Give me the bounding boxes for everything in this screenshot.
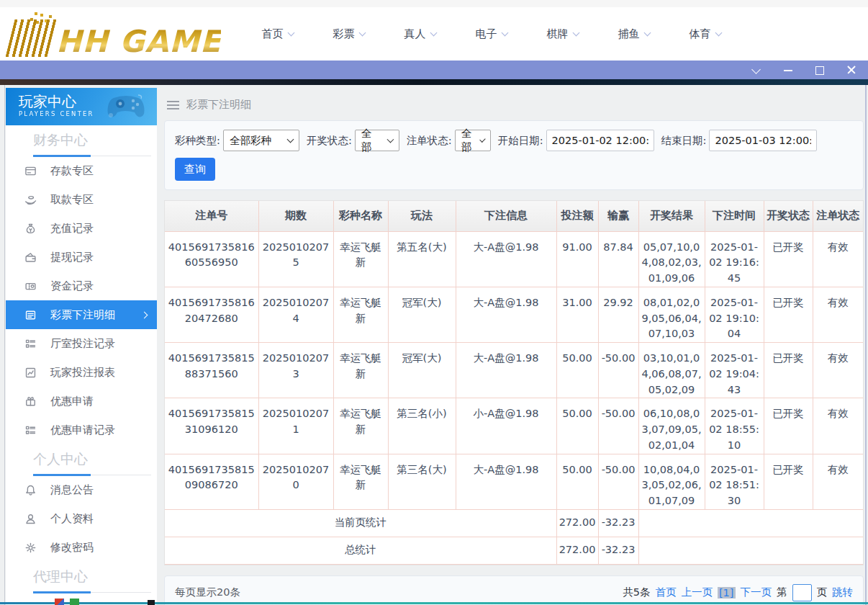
table-cell: 第三名(大) (388, 454, 456, 509)
sidebar-item-player-bet-report[interactable]: 玩家投注报表 (6, 358, 157, 387)
nav-item-fishing[interactable]: 捕鱼 (618, 27, 650, 41)
main-area: 玩家中心 PLAYERS CENTER 财务中心存款专区取款专区充值记录提现记录… (0, 85, 868, 605)
sidebar-item-promo-apply-record[interactable]: 优惠申请记录 (6, 416, 157, 444)
nav-item-live[interactable]: 真人 (404, 27, 436, 41)
start-date-input[interactable] (546, 130, 654, 151)
nav-item-label: 真人 (404, 27, 425, 41)
table-row: 40156917358158837156020250102073幸运飞艇新冠军(… (165, 343, 863, 398)
table-cell: 已开奖 (764, 231, 813, 287)
summary-empty (638, 509, 863, 537)
order-status-value: 全部 (461, 127, 474, 154)
nav-item-label: 捕鱼 (618, 27, 639, 41)
table-cell: 05,07,10,04,08,02,03,01,09,06 (638, 231, 705, 287)
table-cell: 已开奖 (764, 454, 813, 509)
table-cell: 31.00 (556, 287, 598, 342)
sidebar-item-label: 充值记录 (50, 222, 94, 236)
sidebar-item-hall-bet-record[interactable]: 厅室投注记录 (6, 329, 157, 358)
sidebar-item-funds-record[interactable]: 资金记录 (6, 272, 157, 300)
content-area: 彩票下注明细 彩种类型: 全部彩种 开奖状态: 全部 注单状态: 全部 (164, 88, 864, 605)
sidebar-item-deposit[interactable]: 存款专区 (6, 156, 157, 185)
report-chart-icon (24, 367, 37, 379)
sidebar-item-notice[interactable]: 消息公告 (6, 475, 157, 504)
summary-bet-total: 272.00 (556, 537, 598, 564)
nav-item-electronic[interactable]: 电子 (475, 27, 507, 41)
nav-item-home[interactable]: 首页 (261, 27, 294, 41)
summary-win-loss: -32.23 (598, 509, 638, 537)
table-cell: 小-A盘@1.98 (456, 398, 556, 454)
page-title: 彩票下注明细 (186, 98, 251, 112)
logo-bars-decoration (6, 19, 57, 57)
sidebar-sections: 财务中心存款专区取款专区充值记录提现记录资金记录彩票下注明细厅室投注记录玩家投注… (6, 131, 157, 593)
jump-prefix: 第 (777, 586, 787, 599)
money-bag-icon (24, 223, 37, 235)
sidebar: 玩家中心 PLAYERS CENTER 财务中心存款专区取款专区充值记录提现记录… (6, 88, 157, 605)
sidebar-section-heading-label: 财务中心 (33, 132, 88, 148)
next-page-link[interactable]: 下一页 (741, 586, 772, 599)
summary-row: 总统计272.00-32.23 (165, 537, 863, 564)
table-cell: 10,08,04,03,05,02,06,01,07,09 (638, 454, 705, 509)
close-icon[interactable] (846, 65, 856, 75)
collapse-icon[interactable] (751, 65, 761, 75)
sidebar-item-withdrawal-record[interactable]: 提现记录 (6, 243, 157, 272)
table-cell: -50.00 (598, 398, 638, 454)
nav-item-label: 棋牌 (546, 27, 568, 41)
first-page-link[interactable]: 首页 (655, 586, 676, 599)
chevron-right-icon (141, 311, 148, 318)
sidebar-item-withdraw[interactable]: 取款专区 (6, 185, 157, 214)
sidebar-item-lottery-bet-detail[interactable]: 彩票下注明细 (6, 300, 157, 329)
nav-item-lottery[interactable]: 彩票 (333, 27, 365, 41)
nav-item-chess[interactable]: 棋牌 (546, 27, 579, 41)
gear-icon (24, 542, 37, 554)
table-cell: 幸运飞艇新 (333, 287, 388, 342)
table-cell: 有效 (813, 343, 863, 398)
sidebar-item-change-password[interactable]: 修改密码 (6, 533, 157, 562)
column-header: 投注额 (556, 201, 598, 231)
jump-button[interactable]: 跳转 (832, 586, 853, 599)
sidebar-item-promo-apply[interactable]: 优惠申请 (6, 387, 157, 416)
bet-table-head: 注单号期数彩种名称玩法下注信息投注额输赢开奖结果下注时间开奖状态注单状态 (165, 201, 863, 231)
breadcrumb: 彩票下注明细 (164, 88, 864, 120)
column-header: 期数 (258, 201, 333, 231)
chevron-down-icon (644, 29, 651, 36)
maximize-icon[interactable] (815, 65, 825, 75)
table-cell: 20250102073 (258, 343, 333, 398)
sidebar-item-profile[interactable]: 个人资料 (6, 504, 157, 533)
top-navigation: HH GAME 首页 彩票 真人 电子 棋牌 捕鱼 体育 (0, 0, 868, 60)
table-cell: 幸运飞艇新 (333, 231, 388, 287)
summary-row: 当前页统计272.00-32.23 (165, 509, 863, 537)
logo[interactable]: HH GAME (10, 11, 221, 57)
prev-page-link[interactable]: 上一页 (681, 586, 713, 599)
sidebar-item-recharge-record[interactable]: 充值记录 (6, 214, 157, 243)
table-cell: 有效 (813, 231, 863, 287)
pager: 共5条 首页 上一页 [1] 下一页 第 页 跳转 (623, 584, 853, 601)
jump-page-input[interactable] (792, 584, 812, 601)
sidebar-item-label: 消息公告 (50, 483, 94, 497)
bet-table: 注单号期数彩种名称玩法下注信息投注额输赢开奖结果下注时间开奖状态注单状态 401… (165, 201, 863, 565)
chevron-down-icon (479, 136, 485, 142)
summary-bet-total: 272.00 (556, 509, 598, 537)
table-cell: -50.00 (598, 343, 638, 398)
order-status-select[interactable]: 全部 (455, 130, 491, 151)
promo-gift-icon (24, 395, 37, 408)
end-date-input[interactable] (709, 130, 817, 151)
query-button[interactable]: 查询 (175, 158, 215, 181)
pagination-panel: 每页显示20条 共5条 首页 上一页 [1] 下一页 第 页 跳转 (164, 575, 864, 605)
chevron-down-icon (573, 29, 580, 36)
user-icon (24, 513, 37, 525)
table-cell: 87.84 (598, 231, 638, 287)
column-header: 输赢 (598, 201, 638, 231)
lottery-type-select[interactable]: 全部彩种 (223, 130, 299, 151)
table-cell: 03,10,01,04,06,08,07,05,02,09 (638, 343, 705, 398)
table-cell: 幸运飞艇新 (333, 343, 388, 398)
draw-status-select[interactable]: 全部 (355, 130, 399, 151)
minimize-icon[interactable] (783, 65, 793, 75)
table-cell: 已开奖 (764, 343, 813, 398)
nav-item-sports[interactable]: 体育 (689, 27, 721, 41)
sidebar-section-heading: 财务中心 (33, 131, 151, 156)
table-cell: 有效 (813, 454, 863, 509)
table-row: 40156917358162047268020250102074幸运飞艇新冠军(… (165, 287, 863, 342)
desktop-icon-fragment (148, 600, 155, 605)
window-bottom-edge (0, 602, 868, 604)
hamburger-icon[interactable] (167, 99, 179, 112)
chevron-down-icon (359, 29, 366, 36)
